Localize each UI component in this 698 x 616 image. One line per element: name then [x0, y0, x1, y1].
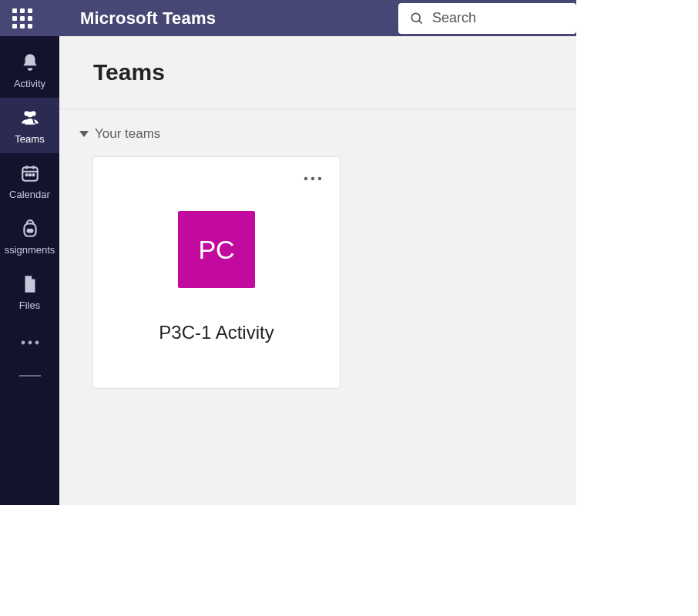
your-teams-toggle[interactable]: Your teams [79, 126, 160, 142]
svg-rect-13 [26, 229, 33, 233]
app-launcher-icon[interactable] [9, 5, 35, 32]
bell-icon [19, 52, 41, 73]
svg-point-0 [411, 13, 420, 22]
rail-label: ssignments [5, 244, 55, 256]
svg-point-15 [28, 341, 32, 345]
rail-item-files[interactable]: Files [0, 264, 59, 320]
team-card-more-button[interactable] [303, 171, 323, 185]
ellipsis-icon [303, 176, 323, 182]
rail-label: Calendar [9, 189, 50, 200]
svg-point-19 [318, 177, 321, 180]
rail-item-teams[interactable]: Teams [0, 98, 59, 153]
people-icon [19, 107, 41, 129]
team-grid: PC P3C-1 Activity [93, 157, 545, 388]
nav-rail: Activity Teams Calendar ssignments [0, 36, 59, 505]
page-title: Teams [93, 59, 545, 85]
rail-item-calendar[interactable]: Calendar [0, 153, 59, 209]
team-avatar: PC [178, 211, 255, 288]
search-icon [409, 11, 425, 26]
svg-point-9 [25, 174, 27, 176]
search-input[interactable] [432, 10, 565, 26]
file-icon [19, 273, 41, 295]
rail-item-assignments[interactable]: ssignments [0, 209, 59, 264]
app-header: Microsoft Teams [0, 0, 576, 36]
team-name: P3C-1 Activity [159, 322, 273, 343]
calendar-icon [19, 162, 41, 184]
svg-point-16 [35, 341, 39, 345]
team-card[interactable]: PC P3C-1 Activity [93, 157, 340, 388]
svg-point-4 [27, 111, 32, 116]
rail-label: Teams [15, 133, 44, 145]
svg-point-18 [311, 177, 314, 180]
rail-item-activity[interactable]: Activity [0, 42, 59, 98]
svg-line-1 [419, 20, 422, 23]
backpack-icon [19, 218, 41, 239]
svg-point-14 [21, 341, 25, 345]
app-title: Microsoft Teams [80, 8, 216, 28]
svg-point-17 [304, 177, 307, 180]
main-panel: Teams Your teams PC P3C-1 Activity [59, 36, 576, 505]
rail-divider [19, 375, 41, 377]
rail-more-button[interactable] [0, 327, 59, 358]
rail-label: Files [19, 300, 40, 311]
rail-label: Activity [14, 78, 45, 89]
search-box[interactable] [398, 3, 576, 34]
ellipsis-icon [20, 340, 40, 346]
section-label: Your teams [95, 126, 160, 142]
chevron-down-icon [79, 131, 89, 137]
svg-point-11 [32, 174, 34, 176]
svg-point-10 [29, 174, 30, 176]
